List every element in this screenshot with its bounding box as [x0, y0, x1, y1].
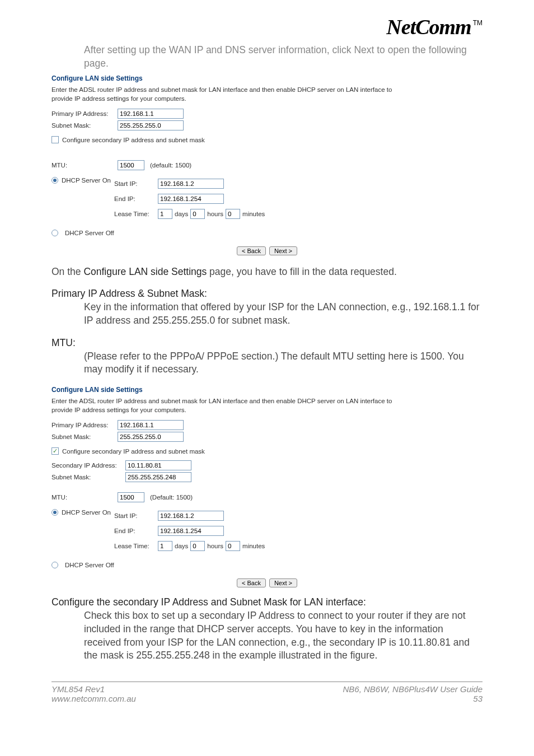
f2-secondary-ip-checkbox[interactable]: [51, 447, 59, 455]
f2-minutes-label: minutes: [242, 543, 265, 549]
back-button[interactable]: < Back: [237, 246, 266, 255]
f2-subnet-mask-input[interactable]: [118, 432, 184, 442]
start-ip-label: Start IP:: [114, 180, 158, 187]
body1-suffix: page, you have to fill in the data reque…: [207, 266, 397, 277]
f2-days-label: days: [175, 543, 188, 549]
primary-ip-input[interactable]: [118, 109, 184, 119]
f2-sec-ip-label: Secondary IP Address:: [51, 462, 122, 469]
lease-days-input[interactable]: [158, 209, 172, 219]
mtu-label: MTU:: [51, 162, 114, 169]
form1-title: Configure LAN side Settings: [51, 74, 483, 82]
page-footer: YML854 Rev1 www.netcomm.com.au NB6, NB6W…: [51, 682, 483, 703]
mtu-text-bold: MTU: [332, 351, 354, 362]
trademark-symbol: TM: [473, 19, 483, 27]
f2-lease-hours-input[interactable]: [190, 541, 205, 551]
lease-min-input[interactable]: [226, 209, 240, 219]
f2-mtu-input[interactable]: [118, 492, 144, 502]
para-secondary-ip: Check this box to set up a secondary IP …: [84, 609, 483, 662]
para-mtu: (Please refer to the PPPoA/ PPPoE sectio…: [84, 350, 483, 376]
footer-models: NB6, NB6W, NB6Plus4W: [343, 684, 440, 694]
f2-back-button[interactable]: < Back: [237, 578, 266, 587]
f2-dhcp-off-label: DHCP Server Off: [65, 562, 114, 568]
f2-subnet-mask-label: Subnet Mask:: [51, 433, 114, 440]
mtu-text-1: (Please refer to the PPPoA/ PPPoE sectio…: [84, 351, 332, 362]
f2-secondary-ip-chk-label: Configure secondary IP address and subne…: [62, 448, 205, 455]
mtu-input[interactable]: [118, 160, 144, 170]
f2-sec-ip-input[interactable]: [125, 460, 191, 470]
next-button[interactable]: Next >: [269, 246, 297, 255]
f2-lease-days-input[interactable]: [158, 541, 172, 551]
f2-dhcp-off-radio[interactable]: [51, 562, 58, 568]
body1-line: On the Configure LAN side Settings page,…: [51, 265, 483, 279]
para-primary-ip: Key in the information that offered by y…: [84, 301, 483, 327]
f2-start-ip-label: Start IP:: [114, 512, 158, 519]
f2-sec-mask-input[interactable]: [125, 472, 191, 482]
form2-desc: Enter the ADSL router IP address and sub…: [51, 397, 399, 414]
primary-ip-label: Primary IP Address:: [51, 110, 114, 117]
form1-desc: Enter the ADSL router IP address and sub…: [51, 86, 399, 103]
mtu-hint: (default: 1500): [150, 162, 191, 169]
page-number: 53: [343, 694, 483, 703]
footer-guide: User Guide: [440, 684, 483, 694]
dhcp-off-label: DHCP Server Off: [65, 230, 114, 236]
intro-text: After setting up the WAN IP and DNS serv…: [84, 44, 483, 70]
f2-primary-ip-label: Primary IP Address:: [51, 422, 114, 428]
days-label: days: [175, 211, 188, 217]
form2-title: Configure LAN side Settings: [51, 386, 483, 394]
footer-url: www.netcomm.com.au: [51, 694, 136, 703]
dhcp-off-radio[interactable]: [51, 230, 58, 236]
body1-bold: Configure LAN side Settings: [83, 266, 207, 277]
lease-hours-input[interactable]: [190, 209, 205, 219]
lan-settings-form-2: Configure LAN side Settings Enter the AD…: [51, 386, 483, 587]
f2-start-ip-input[interactable]: [158, 511, 224, 521]
lease-time-label: Lease Time:: [114, 211, 158, 217]
subnet-mask-label: Subnet Mask:: [51, 122, 114, 129]
f2-next-button[interactable]: Next >: [269, 578, 297, 587]
heading-secondary-ip: Configure the secondary IP Address and S…: [51, 596, 483, 608]
secondary-ip-chk-label: Configure secondary IP address and subne…: [62, 137, 205, 143]
subnet-mask-input[interactable]: [118, 120, 184, 130]
end-ip-label: End IP:: [114, 195, 158, 202]
hours-label: hours: [207, 211, 223, 217]
f2-sec-mask-label: Subnet Mask:: [51, 474, 122, 480]
netcomm-logo: NetCommTM: [386, 15, 483, 39]
f2-hours-label: hours: [207, 543, 223, 549]
f2-mtu-label: MTU:: [51, 494, 114, 501]
secondary-ip-checkbox[interactable]: [51, 136, 59, 143]
logo-text-2: Comm: [415, 15, 471, 39]
f2-lease-min-input[interactable]: [226, 541, 240, 551]
start-ip-input[interactable]: [158, 179, 224, 189]
f2-dhcp-on-label: DHCP Server On: [62, 509, 111, 516]
footer-rev: YML854 Rev1: [51, 684, 105, 694]
lan-settings-form-1: Configure LAN side Settings Enter the AD…: [51, 74, 483, 255]
minutes-label: minutes: [242, 211, 265, 217]
f2-end-ip-label: End IP:: [114, 528, 158, 534]
f2-dhcp-on-radio[interactable]: [51, 509, 58, 516]
f2-mtu-hint: (Default: 1500): [150, 494, 193, 501]
end-ip-input[interactable]: [158, 194, 224, 204]
heading-primary-ip: Primary IP Address & Subnet Mask:: [51, 288, 483, 300]
dhcp-on-radio[interactable]: [51, 177, 58, 184]
f2-end-ip-input[interactable]: [158, 526, 224, 536]
logo-text-1: Net: [386, 15, 415, 39]
dhcp-on-label: DHCP Server On: [62, 177, 111, 184]
heading-mtu: MTU:: [51, 337, 483, 349]
page-header: NetCommTM: [51, 15, 483, 39]
f2-primary-ip-input[interactable]: [118, 420, 184, 430]
body1-prefix: On the: [51, 266, 83, 277]
f2-lease-time-label: Lease Time:: [114, 543, 158, 549]
